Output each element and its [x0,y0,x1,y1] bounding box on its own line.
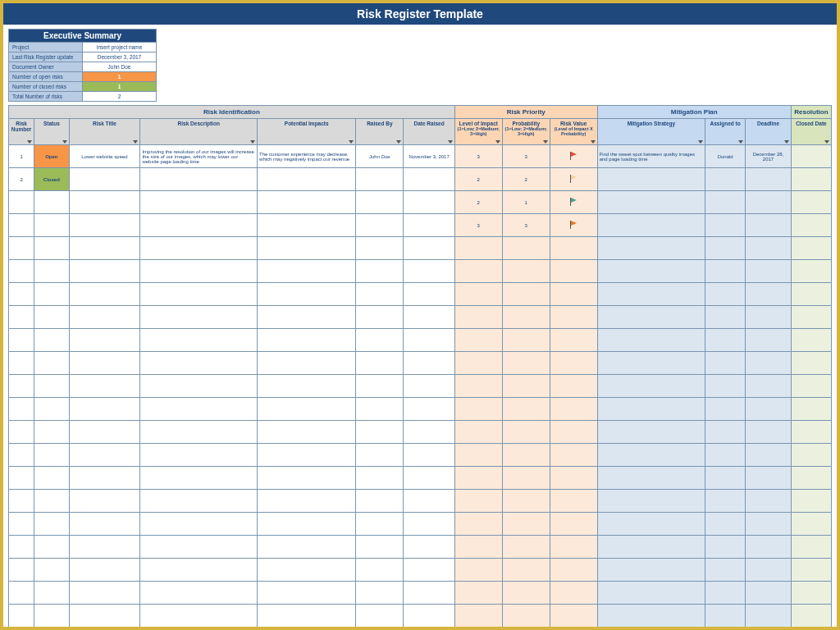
cell-title[interactable] [69,513,140,536]
cell-probability[interactable] [502,375,550,398]
cell-number[interactable] [9,260,34,283]
cell-date-raised[interactable] [404,168,454,191]
cell-status[interactable] [34,214,69,237]
cell-impacts[interactable] [258,168,356,191]
cell-risk-value[interactable] [550,329,597,352]
cell-title[interactable] [69,398,140,421]
cell-description[interactable] [140,536,258,559]
cell-raised-by[interactable] [356,191,404,214]
cell-strategy[interactable] [597,168,705,191]
cell-number[interactable]: 1 [9,145,34,168]
col-mitigation-strategy[interactable]: Mitigation Strategy [597,119,705,145]
table-row[interactable] [9,582,832,605]
cell-number[interactable]: 2 [9,168,34,191]
cell-assigned[interactable] [705,214,746,237]
cell-assigned[interactable] [705,605,746,628]
cell-strategy[interactable] [597,536,705,559]
cell-number[interactable] [9,283,34,306]
cell-closed[interactable] [791,237,831,260]
cell-description[interactable] [140,513,258,536]
cell-impacts[interactable] [258,513,356,536]
table-row[interactable] [9,398,832,421]
cell-impact[interactable] [454,398,502,421]
cell-status[interactable]: Closed [34,168,69,191]
table-row[interactable] [9,329,832,352]
cell-impact[interactable]: 2 [454,168,502,191]
cell-impacts[interactable] [258,559,356,582]
cell-deadline[interactable] [746,582,792,605]
cell-title[interactable] [69,421,140,444]
cell-strategy[interactable] [597,444,705,467]
cell-closed[interactable] [791,536,831,559]
cell-status[interactable] [34,605,69,628]
cell-status[interactable] [34,283,69,306]
cell-probability[interactable] [502,260,550,283]
cell-risk-value[interactable] [550,352,597,375]
cell-strategy[interactable] [597,513,705,536]
cell-description[interactable] [140,490,258,513]
table-row[interactable] [9,283,832,306]
cell-impact[interactable] [454,375,502,398]
cell-assigned[interactable] [705,513,746,536]
cell-status[interactable] [34,421,69,444]
cell-closed[interactable] [791,260,831,283]
cell-risk-value[interactable] [550,306,597,329]
cell-closed[interactable] [791,191,831,214]
cell-closed[interactable] [791,582,831,605]
cell-probability[interactable]: 3 [502,145,550,168]
cell-impact[interactable] [454,260,502,283]
cell-description[interactable] [140,329,258,352]
cell-strategy[interactable] [597,191,705,214]
cell-raised-by[interactable] [356,605,404,628]
filter-icon[interactable] [784,140,789,144]
cell-risk-value[interactable] [550,605,597,628]
table-row[interactable] [9,536,832,559]
cell-strategy[interactable] [597,490,705,513]
cell-raised-by[interactable] [356,329,404,352]
cell-risk-value[interactable] [550,513,597,536]
cell-deadline[interactable] [746,490,792,513]
cell-impact[interactable] [454,306,502,329]
table-row[interactable]: 33 [9,214,832,237]
cell-assigned[interactable] [705,421,746,444]
cell-title[interactable] [69,260,140,283]
cell-deadline[interactable] [746,237,792,260]
cell-impact[interactable] [454,467,502,490]
cell-deadline[interactable] [746,421,792,444]
cell-assigned[interactable] [705,398,746,421]
cell-impacts[interactable] [258,283,356,306]
cell-raised-by[interactable] [356,260,404,283]
cell-date-raised[interactable] [404,398,454,421]
cell-date-raised[interactable] [404,582,454,605]
cell-impacts[interactable] [258,329,356,352]
cell-probability[interactable] [502,237,550,260]
table-row[interactable] [9,605,832,628]
cell-description[interactable] [140,398,258,421]
cell-risk-value[interactable] [550,283,597,306]
table-row[interactable] [9,352,832,375]
cell-probability[interactable] [502,490,550,513]
cell-assigned[interactable] [705,467,746,490]
col-status[interactable]: Status [34,119,69,145]
cell-probability[interactable]: 2 [502,168,550,191]
table-row[interactable] [9,559,832,582]
cell-deadline[interactable] [746,191,792,214]
cell-deadline[interactable] [746,444,792,467]
cell-number[interactable] [9,329,34,352]
cell-risk-value[interactable] [550,444,597,467]
cell-impact[interactable]: 3 [454,214,502,237]
table-row[interactable] [9,306,832,329]
cell-raised-by[interactable] [356,421,404,444]
cell-raised-by[interactable] [356,536,404,559]
table-row[interactable] [9,375,832,398]
cell-probability[interactable] [502,444,550,467]
cell-closed[interactable] [791,559,831,582]
cell-probability[interactable]: 3 [502,214,550,237]
cell-number[interactable] [9,513,34,536]
table-row[interactable] [9,490,832,513]
cell-description[interactable] [140,283,258,306]
cell-impact[interactable] [454,536,502,559]
cell-impacts[interactable] [258,352,356,375]
cell-number[interactable] [9,375,34,398]
cell-impacts[interactable] [258,490,356,513]
